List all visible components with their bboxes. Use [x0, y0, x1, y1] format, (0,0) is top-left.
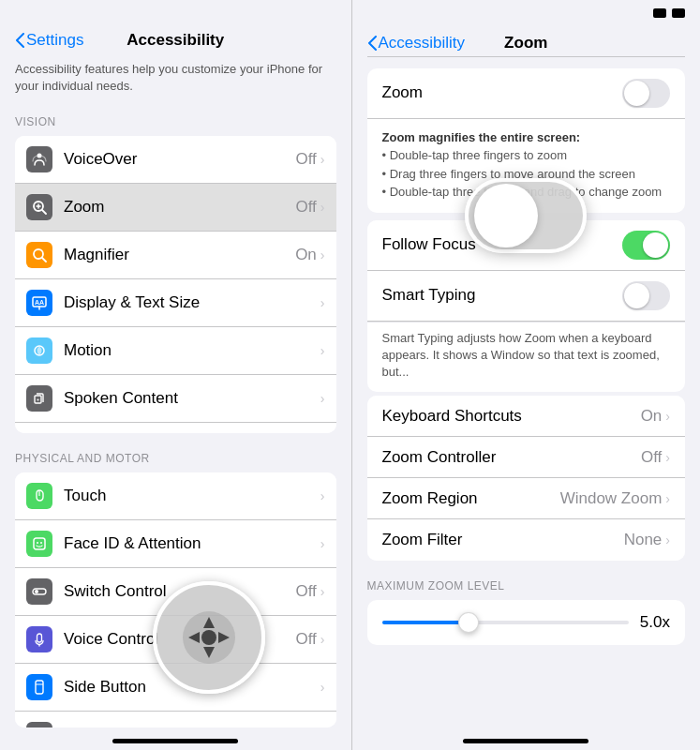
- appletv-label: Apple TV Remote: [64, 726, 320, 728]
- faceid-label: Face ID & Attention: [64, 534, 320, 553]
- appletv-icon: [26, 722, 52, 728]
- right-list-item-zoomfilter[interactable]: Zoom Filter None ›: [367, 519, 686, 561]
- right-panel: Accessibility Zoom Zoom Zoom magnifies t…: [352, 0, 701, 750]
- back-button-left[interactable]: Settings: [15, 31, 83, 50]
- svg-point-16: [40, 542, 42, 544]
- nav-bar-left: Settings Accessibility: [0, 23, 351, 53]
- followfocus-toggle[interactable]: [622, 231, 670, 260]
- zoomcontroller-value: Off: [641, 448, 662, 467]
- slider-track[interactable]: [382, 621, 629, 624]
- zoomregion-value: Window Zoom: [560, 489, 663, 508]
- list-item-magnifier[interactable]: Magnifier On ›: [15, 232, 336, 279]
- zoom-toggle[interactable]: [622, 79, 670, 108]
- nav-bar-right: Accessibility Zoom: [352, 26, 701, 56]
- side-chevron: ›: [320, 680, 325, 695]
- zoom-desc-item-1: Double-tap three fingers to zoom: [382, 146, 671, 165]
- display-chevron: ›: [320, 295, 325, 310]
- right-list-item-smarttyping[interactable]: Smart Typing: [367, 271, 686, 322]
- svg-text:AA: AA: [35, 299, 44, 306]
- spoken-icon: [26, 385, 52, 412]
- left-panel: Settings Accessibility Accessibility fea…: [0, 0, 351, 750]
- accessibility-description: Accessibility features help you customiz…: [0, 53, 351, 100]
- right-list-item-keyboardshortcuts[interactable]: Keyboard Shortcuts On ›: [367, 396, 686, 437]
- zoom-desc-title: Zoom magnifies the entire screen:: [382, 130, 581, 144]
- magnifier-label: Magnifier: [64, 246, 295, 264]
- voice-value: Off: [295, 630, 316, 649]
- zoom-level-slider-container: 5.0x: [367, 600, 686, 645]
- back-button-right[interactable]: Accessibility: [367, 34, 466, 52]
- zoomfilter-label: Zoom Filter: [382, 531, 624, 549]
- slider-fill: [382, 621, 469, 624]
- list-item-audio[interactable]: Audio Descriptions Off ›: [15, 423, 336, 433]
- zoom-icon: [26, 194, 52, 220]
- status-bar-right: [352, 0, 701, 26]
- followfocus-toggle-knob: [643, 232, 668, 258]
- switch-chevron: ›: [320, 584, 325, 599]
- zoom-level-header: MAXIMUM ZOOM LEVEL: [352, 564, 701, 596]
- voiceover-value: Off: [295, 150, 316, 169]
- motion-label: Motion: [64, 341, 320, 360]
- touch-label: Touch: [64, 487, 320, 505]
- display-label: Display & Text Size: [64, 293, 320, 312]
- slider-row: 5.0x: [382, 613, 671, 632]
- faceid-icon: [26, 531, 52, 557]
- touch-icon: [26, 483, 52, 509]
- back-label-left: Settings: [26, 31, 83, 50]
- home-bar-left: [112, 739, 238, 743]
- motion-icon: [26, 338, 52, 364]
- big-toggle-knob: [474, 184, 538, 248]
- list-item-faceid[interactable]: Face ID & Attention ›: [15, 520, 336, 568]
- zoomregion-label: Zoom Region: [382, 489, 560, 508]
- zoom-toggle-knob: [624, 81, 649, 106]
- list-item-touch[interactable]: Touch ›: [15, 472, 336, 520]
- annotation-circle-left: [153, 581, 265, 694]
- back-label-right: Accessibility: [379, 34, 466, 52]
- spoken-chevron: ›: [320, 391, 325, 406]
- svg-point-12: [37, 399, 39, 401]
- svg-point-18: [35, 590, 38, 593]
- keyboardshortcuts-chevron: ›: [665, 409, 670, 424]
- section-header-vision: VISION: [0, 100, 351, 132]
- magnifier-icon: [26, 242, 52, 268]
- zoomfilter-value: None: [624, 531, 663, 549]
- right-content: Zoom Zoom magnifies the entire screen: D…: [352, 57, 701, 732]
- voiceover-label: VoiceOver: [64, 150, 295, 169]
- list-item-voiceover[interactable]: VoiceOver Off ›: [15, 136, 336, 184]
- list-item-zoom[interactable]: Zoom Off ›: [15, 184, 336, 232]
- section-header-physical: PHYSICAL AND MOTOR: [0, 437, 351, 469]
- keyboardshortcuts-label: Keyboard Shortcuts: [382, 407, 641, 426]
- svg-point-31: [201, 630, 216, 645]
- voiceover-icon: [26, 146, 52, 172]
- zoom-main-label: Zoom: [382, 83, 623, 102]
- smarttyping-toggle[interactable]: [622, 281, 670, 310]
- nav-title-left: Accessibility: [127, 31, 224, 50]
- vision-list-group: VoiceOver Off › Zoom Off › Magnifier On …: [15, 136, 336, 433]
- switch-icon: [26, 578, 52, 605]
- slider-value: 5.0x: [640, 613, 670, 632]
- zoom-main-row: Zoom: [367, 68, 686, 119]
- svg-line-2: [42, 210, 46, 214]
- list-item-spoken[interactable]: Spoken Content ›: [15, 375, 336, 423]
- list-item-motion[interactable]: Motion ›: [15, 327, 336, 375]
- switch-value: Off: [295, 582, 316, 601]
- status-bar-left: [0, 0, 351, 23]
- smarttyping-label: Smart Typing: [382, 286, 623, 305]
- smarttyping-toggle-knob: [624, 283, 649, 308]
- voiceover-chevron: ›: [320, 152, 325, 167]
- right-list-item-zoomregion[interactable]: Zoom Region Window Zoom ›: [367, 478, 686, 519]
- slider-thumb[interactable]: [458, 612, 479, 633]
- side-icon: [26, 674, 52, 700]
- voice-icon: [26, 626, 52, 652]
- magnifier-value: On: [295, 246, 317, 264]
- magnifier-chevron: ›: [320, 248, 325, 262]
- svg-point-15: [37, 542, 38, 544]
- faceid-chevron: ›: [320, 536, 325, 551]
- zoomregion-chevron: ›: [665, 491, 670, 506]
- right-list-item-zoomcontroller[interactable]: Zoom Controller Off ›: [367, 437, 686, 478]
- motion-chevron: ›: [320, 343, 325, 358]
- list-item-display[interactable]: AA Display & Text Size ›: [15, 279, 336, 327]
- spoken-label: Spoken Content: [64, 389, 320, 408]
- signal-icon: [653, 8, 666, 18]
- home-indicator-right: [352, 731, 701, 750]
- list-item-appletv[interactable]: Apple TV Remote ›: [15, 712, 336, 728]
